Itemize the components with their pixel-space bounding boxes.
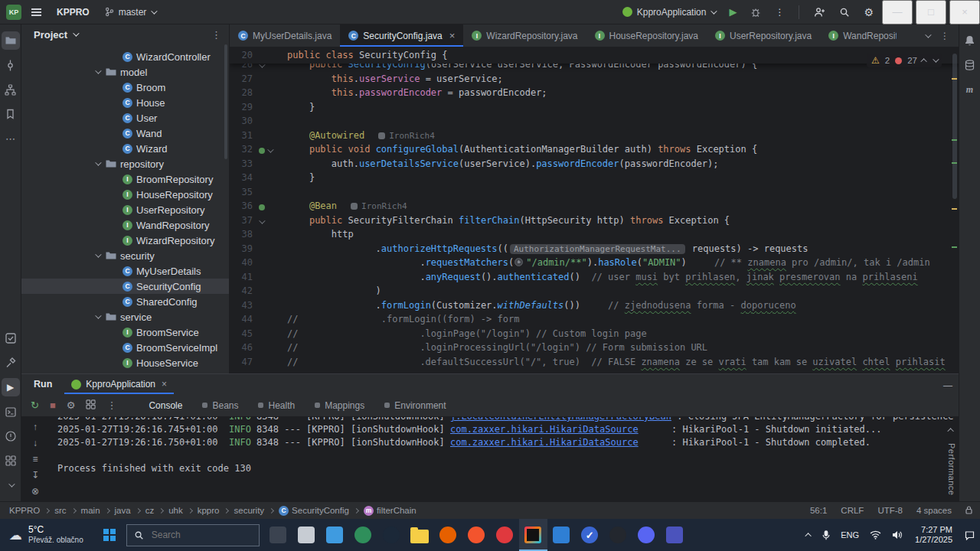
- stripe-item-more[interactable]: ⋯: [2, 129, 20, 148]
- rerun-icon[interactable]: ↻: [31, 399, 39, 411]
- code-line-31[interactable]: 31 @AutowiredIronRich4: [230, 130, 959, 145]
- taskbar-app-discord[interactable]: [632, 519, 661, 551]
- taskbar-app-github-desktop[interactable]: [604, 519, 632, 551]
- breadcrumb-filterchain[interactable]: mfilterChain: [362, 506, 418, 516]
- run-view-tab-beans[interactable]: Beans: [202, 400, 238, 411]
- code-line-33[interactable]: 33 auth.userDetailsService(userService).…: [230, 158, 959, 173]
- status-item-56-1[interactable]: 56:1: [810, 506, 827, 515]
- soft-wrap-icon[interactable]: ≡: [32, 454, 38, 465]
- tree-item-user[interactable]: CUser: [21, 110, 229, 126]
- tree-item-broomservice[interactable]: IBroomService: [21, 324, 229, 340]
- tab-options-icon[interactable]: ⋮: [940, 31, 949, 41]
- previous-problem-icon[interactable]: [920, 58, 926, 64]
- run-view-tab-console[interactable]: Console: [149, 400, 182, 411]
- run-configuration-widget[interactable]: KpproApplication: [617, 4, 721, 21]
- status-item-4-spaces[interactable]: 4 spaces: [916, 506, 952, 515]
- tree-item-wizardrepository[interactable]: IWizardRepository: [21, 233, 229, 248]
- layout-settings-icon[interactable]: [86, 399, 96, 412]
- inspections-widget[interactable]: ⚠2 27: [867, 54, 942, 67]
- stop-icon[interactable]: ■: [50, 399, 56, 411]
- editor-body[interactable]: ⚠2 27 20public class SecurityConfig { 26…: [230, 47, 959, 373]
- expand-chevron-icon[interactable]: [95, 67, 101, 73]
- tree-item-wizard[interactable]: CWizard: [21, 141, 229, 156]
- search-everywhere-button[interactable]: [834, 4, 855, 21]
- tree-item-myuserdetails[interactable]: CMyUserDetails: [21, 263, 229, 279]
- run-view-tab-environment[interactable]: Environment: [384, 400, 446, 411]
- kebab-icon[interactable]: ⋮: [106, 399, 116, 411]
- status-item-crlf[interactable]: CRLF: [841, 506, 864, 515]
- tab-wandrepository.java[interactable]: IWandRepository.java: [820, 24, 897, 47]
- taskbar-app-camera-app[interactable]: [292, 519, 321, 551]
- stripe-item-maven[interactable]: m: [961, 80, 979, 99]
- code-line-43[interactable]: 43 .formLogin(Customizer.withDefaults())…: [230, 300, 959, 315]
- breadcrumb-uhk[interactable]: uhk: [167, 506, 185, 515]
- scroll-to-end-icon[interactable]: ↧: [31, 470, 39, 481]
- expand-chevron-icon[interactable]: [95, 251, 101, 257]
- bean-gutter-icon[interactable]: [259, 148, 265, 154]
- minimize-button[interactable]: —: [882, 0, 913, 24]
- taskbar-app-steam[interactable]: [377, 519, 406, 551]
- show-hidden-icons[interactable]: [802, 519, 817, 551]
- tab-securityconfig.java[interactable]: CSecurityConfig.java×: [340, 24, 463, 47]
- code-line-46[interactable]: 46// .loginProcessingUrl("/login") // Fo…: [230, 342, 959, 357]
- fold-icon[interactable]: [259, 217, 265, 223]
- more-run-actions-button[interactable]: ⋮: [769, 4, 789, 21]
- search-input[interactable]: [150, 529, 234, 541]
- code-line-37[interactable]: 37 public SecurityFilterChain filterChai…: [230, 215, 959, 230]
- taskbar-app-remote-desktop[interactable]: [264, 519, 292, 551]
- tree-item-model[interactable]: model: [21, 64, 229, 80]
- expand-chevron-icon[interactable]: [95, 159, 101, 165]
- tree-item-broomserviceimpl[interactable]: CBroomServiceImpl: [21, 340, 229, 355]
- code-line-28[interactable]: 28 this.passwordEncoder = passwordEncode…: [230, 87, 959, 102]
- code-line-42[interactable]: 42 ): [230, 285, 959, 300]
- gear-icon[interactable]: ⚙: [67, 399, 76, 411]
- breadcrumb-kppro[interactable]: kppro: [196, 506, 221, 515]
- stripe-item-run[interactable]: ▶: [2, 378, 20, 396]
- stripe-item-database[interactable]: [961, 56, 979, 74]
- taskbar-search[interactable]: [126, 524, 260, 546]
- stripe-item-notifications[interactable]: [961, 31, 979, 50]
- debug-button[interactable]: [745, 4, 766, 21]
- stripe-item-problems[interactable]: [2, 427, 20, 445]
- breadcrumb-kppro[interactable]: KPPRO: [8, 506, 41, 515]
- breadcrumb-cz[interactable]: cz: [144, 506, 156, 515]
- code-lines[interactable]: 26 public SecurityConfig(UserService use…: [230, 59, 959, 370]
- bean-gutter-icon[interactable]: [259, 204, 265, 210]
- tab-myuserdetails.java[interactable]: CMyUserDetails.java: [230, 24, 340, 47]
- code-line-35[interactable]: 35: [230, 187, 959, 201]
- microphone-icon[interactable]: [817, 519, 835, 551]
- down-stack-trace-icon[interactable]: ↓: [33, 438, 38, 448]
- main-menu-button[interactable]: [26, 8, 47, 16]
- run-view-tab-health[interactable]: Health: [258, 400, 295, 411]
- tree-item-houseservice[interactable]: IHouseService: [21, 355, 229, 370]
- code-line-30[interactable]: 30: [230, 116, 959, 130]
- taskbar-app-photos-app[interactable]: [547, 519, 576, 551]
- clear-console-icon[interactable]: ⊗: [31, 486, 39, 497]
- start-button[interactable]: [93, 519, 126, 551]
- lock-icon[interactable]: [965, 506, 972, 516]
- taskbar-app-brave[interactable]: [462, 519, 491, 551]
- next-problem-icon[interactable]: [933, 56, 939, 62]
- expand-chevron-icon[interactable]: [95, 312, 101, 318]
- tree-item-wandrepository[interactable]: IWandRepository: [21, 217, 229, 233]
- stripe-item-structure[interactable]: [2, 80, 20, 99]
- taskbar-app-todo-app[interactable]: ✓: [576, 519, 604, 551]
- tab-wizardrepository.java[interactable]: IWizardRepository.java: [463, 24, 586, 47]
- hide-panel-icon[interactable]: —: [943, 380, 952, 391]
- code-line-32[interactable]: 32 public void configureGlobal(Authentic…: [230, 144, 959, 158]
- taskbar-app-mail-app[interactable]: [321, 519, 349, 551]
- chevron-down-icon[interactable]: [73, 30, 79, 36]
- clock-widget[interactable]: 7:27 PM 1/27/2025: [908, 525, 959, 545]
- maximize-button[interactable]: □: [916, 0, 946, 24]
- tree-item-broomrepository[interactable]: IBroomRepository: [21, 171, 229, 187]
- tree-item-service[interactable]: service: [21, 309, 229, 324]
- tree-item-house[interactable]: CHouse: [21, 95, 229, 110]
- settings-button[interactable]: ⚙: [858, 3, 879, 21]
- tree-item-userrepository[interactable]: IUserRepository: [21, 202, 229, 217]
- breadcrumb-java[interactable]: java: [113, 506, 132, 515]
- taskbar-app-file-explorer[interactable]: [406, 519, 434, 551]
- code-author-hint[interactable]: IronRich4: [337, 201, 407, 211]
- code-line-29[interactable]: 29 }: [230, 102, 959, 116]
- language-indicator[interactable]: ENG: [835, 519, 864, 551]
- project-scrollbar[interactable]: [224, 44, 227, 159]
